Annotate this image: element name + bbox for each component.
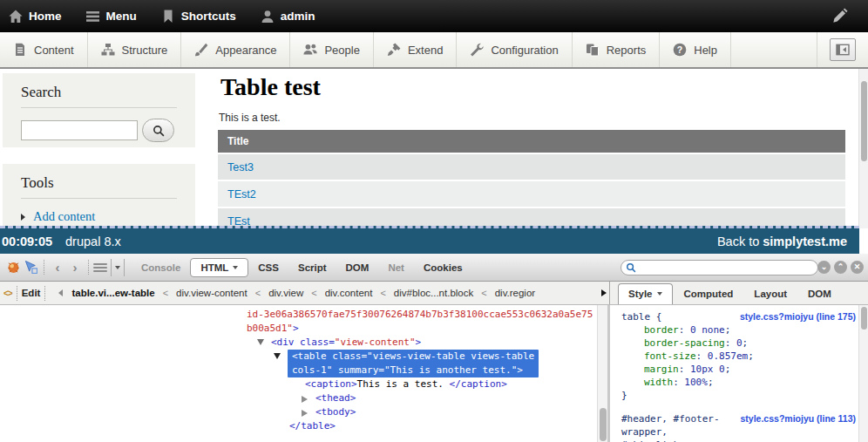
page-scrollbar[interactable]	[858, 69, 868, 228]
nav-item-people[interactable]: People	[290, 32, 373, 67]
firebug-menu-icon[interactable]	[4, 259, 22, 276]
css-selector[interactable]: table {	[621, 310, 661, 323]
inspect-element-icon[interactable]	[22, 259, 39, 276]
css-selector[interactable]: #header, #footer-	[621, 412, 720, 425]
html-tree-line[interactable]: b00a5d1">	[0, 322, 607, 336]
selected-node[interactable]: <table class="views-view-table views-tab…	[288, 350, 539, 377]
twisty-collapsed-icon[interactable]	[302, 396, 308, 403]
nav-item-structure[interactable]: Structure	[88, 32, 182, 67]
html-panel-scrollbar-thumb[interactable]	[600, 408, 607, 441]
breadcrumb-separator: <	[380, 288, 385, 298]
css-property-name: border-spacing	[644, 337, 725, 349]
search-icon	[626, 262, 636, 273]
html-tree-line[interactable]: </table>	[0, 419, 607, 433]
breadcrumb-item[interactable]: div.view	[268, 288, 303, 298]
tree-token: This is a test.	[357, 378, 450, 390]
nav-item-reports[interactable]: Reports	[573, 32, 661, 67]
firebug-content: id-3e06a386570fae75f30076264874b7b3f3810…	[0, 305, 868, 442]
history-forward-icon[interactable]: ›	[66, 261, 84, 274]
breadcrumb-separator: <	[255, 288, 261, 298]
firebug-tab-css[interactable]: CSS	[248, 259, 288, 276]
breadcrumb-item[interactable]: div.content	[325, 288, 373, 298]
css-property-value: 0 none	[684, 324, 724, 336]
style-panel: table {style.css?miojyu (line 175)border…	[610, 305, 868, 442]
nav-item-configuration[interactable]: Configuration	[457, 32, 572, 67]
page-body: Search Tools Add content Table test This…	[0, 69, 868, 228]
html-tree-line[interactable]: <div class="view-content">	[0, 336, 607, 350]
breadcrumb-overflow-icon[interactable]	[601, 289, 607, 296]
breadcrumb-item[interactable]: div.view-content	[176, 288, 248, 298]
sidebar-search-button[interactable]	[142, 119, 174, 142]
side-tab-dom[interactable]: DOM	[798, 284, 841, 304]
html-tree-line[interactable]: <thead>	[0, 391, 607, 405]
css-source-link[interactable]: style.css?miojyu (line 175)	[740, 310, 856, 323]
twisty-expanded-icon[interactable]	[257, 339, 264, 345]
nav-item-content[interactable]: Content	[0, 32, 88, 67]
side-tab-style[interactable]: Style	[618, 283, 673, 304]
topbar-item-shortcuts[interactable]: Shortcuts	[161, 10, 236, 24]
breadcrumb-path: table.vi...ew-table<div.view-content<div…	[71, 288, 535, 298]
toolbar-collapse-button[interactable]	[830, 38, 856, 61]
breadcrumb-back-icon[interactable]	[58, 289, 63, 296]
topbar-item-menu[interactable]: Menu	[86, 10, 137, 24]
side-tab-layout[interactable]: Layout	[744, 284, 797, 304]
nav-item-label: People	[324, 44, 359, 57]
style-panel-scrollbar[interactable]	[858, 305, 868, 442]
side-tab-computed[interactable]: Computed	[675, 284, 743, 304]
back-to-simplytest-link[interactable]: Back to simplytest.me	[717, 235, 847, 248]
contextual-edit-pencil-icon[interactable]	[831, 7, 849, 25]
edit-button[interactable]: Edit	[22, 288, 41, 298]
sidebar-search-input[interactable]	[21, 120, 138, 140]
options-dropdown-button[interactable]	[111, 259, 125, 276]
selected-node-line: cols-1" summary="This is another test.">	[292, 364, 534, 377]
html-breadcrumb-bar: <> Edit table.vi...ew-table<div.view-con…	[0, 282, 610, 304]
table-row-link[interactable]: TEst2	[227, 188, 256, 201]
css-rule: table {style.css?miojyu (line 175)border…	[621, 310, 856, 402]
nav-item-label: Content	[34, 44, 74, 57]
twisty-collapsed-icon[interactable]	[302, 410, 308, 417]
css-property[interactable]: border: 0 none;	[621, 323, 856, 337]
nav-item-appearance[interactable]: Appearance	[181, 32, 290, 67]
detach-icon[interactable]: ⌃	[834, 261, 847, 274]
panel-menu-icon[interactable]	[93, 263, 107, 272]
html-tree-line[interactable]: <caption>This is a test. </caption>	[0, 377, 607, 391]
firebug-tab-dom[interactable]: DOM	[336, 259, 379, 276]
breadcrumb-item[interactable]: div.regior	[495, 288, 535, 298]
css-property[interactable]: font-size: 0.857em;	[621, 350, 856, 363]
page-scrollbar-thumb[interactable]	[861, 81, 867, 161]
topbar-item-home[interactable]: Home	[9, 10, 62, 24]
style-panel-scrollbar-thumb[interactable]	[861, 307, 867, 330]
css-property[interactable]: border-spacing: 0;	[621, 337, 856, 350]
css-property-value: 100%	[679, 377, 708, 388]
toolbar-right-area	[817, 32, 868, 67]
history-back-icon[interactable]: ‹	[49, 261, 66, 274]
css-source-link[interactable]: style.css?miojyu (line 113)	[741, 412, 856, 425]
firebug-tab-script[interactable]: Script	[288, 259, 336, 276]
css-property-name: margin	[644, 364, 679, 375]
html-tree-line[interactable]: <tbody>	[0, 405, 607, 419]
close-icon[interactable]: ✕	[851, 261, 864, 274]
firebug-search-box[interactable]	[620, 260, 818, 275]
firebug-tab-net[interactable]: Net	[378, 259, 414, 276]
table-row: TEst2	[218, 181, 845, 207]
html-panel-scrollbar[interactable]	[597, 305, 607, 442]
minimize-icon[interactable]: ⌄	[817, 261, 831, 274]
css-property[interactable]: width: 100%;	[621, 376, 856, 389]
firebug-search-input[interactable]	[636, 262, 817, 274]
firebug-tab-console[interactable]: Console	[132, 259, 190, 276]
html-tree-line[interactable]: id-3e06a386570fae75f30076264874b7b3f3810…	[0, 308, 607, 322]
breadcrumb-item[interactable]: div#bloc...nt.block	[394, 288, 473, 298]
html-tree-line[interactable]: <table class="views-view-table views-tab…	[0, 350, 607, 377]
firebug-tab-html[interactable]: HTML	[190, 258, 248, 277]
firebug-tab-cookies[interactable]: Cookies	[414, 259, 472, 276]
topbar-item-admin[interactable]: admin	[261, 10, 315, 24]
add-content-link[interactable]: Add content	[21, 209, 177, 224]
twisty-expanded-icon[interactable]	[274, 353, 281, 359]
table-row-link[interactable]: Test3	[227, 161, 254, 173]
css-property[interactable]: margin: 10px 0;	[621, 363, 856, 376]
home-icon	[9, 10, 23, 24]
breadcrumb-item[interactable]: table.vi...ew-table	[71, 288, 154, 298]
nav-item-help[interactable]: ?Help	[660, 32, 731, 67]
side-tab-label: Layout	[754, 289, 787, 299]
nav-item-extend[interactable]: Extend	[374, 32, 457, 67]
